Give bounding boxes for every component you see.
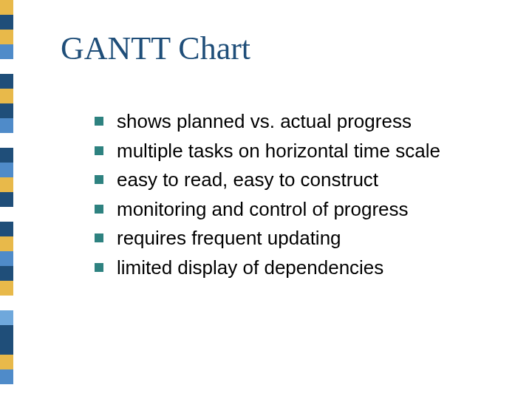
bullet-text: easy to read, easy to construct (117, 168, 378, 192)
bullet-text: multiple tasks on horizontal time scale (117, 139, 440, 163)
bullet-text: limited display of dependencies (117, 256, 383, 280)
sidebar-stripe (0, 59, 13, 74)
list-item: multiple tasks on horizontal time scale (95, 139, 502, 163)
sidebar-stripe (0, 384, 13, 399)
sidebar-stripe (0, 207, 13, 222)
sidebar-stripe (0, 355, 13, 369)
sidebar-stripe (0, 44, 13, 59)
bullet-icon (95, 233, 103, 242)
sidebar-stripe (0, 118, 13, 133)
sidebar-stripe (0, 296, 13, 310)
sidebar-stripe (0, 103, 13, 118)
sidebar-stripe (0, 15, 13, 30)
sidebar-stripe (0, 30, 13, 44)
sidebar-stripe (0, 74, 13, 89)
sidebar-stripe (0, 369, 13, 384)
sidebar-stripe (0, 0, 13, 15)
sidebar-stripe (0, 89, 13, 103)
bullet-icon (95, 175, 103, 184)
sidebar-stripe (0, 177, 13, 192)
sidebar-stripe (0, 266, 13, 281)
list-item: shows planned vs. actual progress (95, 109, 502, 134)
bullet-icon (95, 146, 103, 155)
sidebar-stripe (0, 251, 13, 266)
sidebar-stripe (0, 192, 13, 207)
slide: GANTT Chart shows planned vs. actual pro… (0, 0, 532, 399)
sidebar-stripe (0, 340, 13, 355)
sidebar-stripe (0, 325, 13, 340)
sidebar-stripe (0, 236, 13, 251)
list-item: limited display of dependencies (95, 256, 502, 280)
sidebar-stripe (0, 281, 13, 296)
bullet-icon (95, 263, 103, 272)
sidebar-stripe (0, 133, 13, 148)
list-item: easy to read, easy to construct (95, 168, 502, 192)
list-item: requires frequent updating (95, 226, 502, 250)
bullet-icon (95, 117, 103, 126)
sidebar-stripe (0, 148, 13, 163)
bullet-text: shows planned vs. actual progress (117, 109, 412, 134)
sidebar-stripe (0, 222, 13, 236)
bullet-text: requires frequent updating (117, 226, 341, 250)
bullet-list: shows planned vs. actual progress multip… (95, 109, 502, 284)
slide-title: GANTT Chart (61, 30, 250, 67)
bullet-text: monitoring and control of progress (117, 197, 409, 222)
sidebar-stripe (0, 163, 13, 177)
bullet-icon (95, 205, 103, 214)
sidebar-stripe (0, 310, 13, 325)
decorative-sidebar (0, 0, 13, 399)
list-item: monitoring and control of progress (95, 197, 502, 222)
